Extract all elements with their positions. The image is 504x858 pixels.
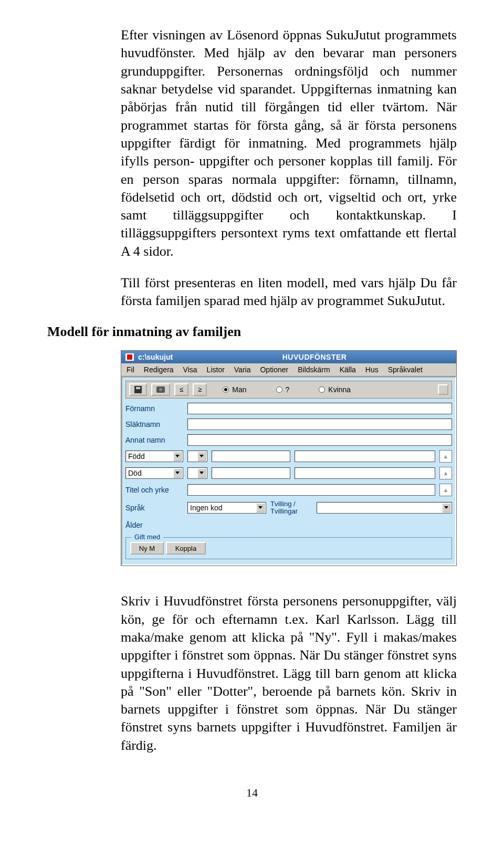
input-titel[interactable] xyxy=(187,484,435,496)
save-button[interactable] xyxy=(129,383,147,396)
form-panel: ≤ ≥ Man ? Kvinna Förnamn Släktnamn xyxy=(121,376,456,566)
nav-next-button[interactable]: ≥ xyxy=(193,383,207,396)
value-alder xyxy=(187,519,452,531)
gender-unknown-label: ? xyxy=(286,385,290,394)
koppla-button[interactable]: Koppla xyxy=(166,542,206,554)
camera-icon xyxy=(156,386,165,393)
combo-fodd-2[interactable] xyxy=(187,451,207,462)
label-slaktnamn: Släktnamn xyxy=(125,420,183,428)
combo-sprak-value: Ingen kod xyxy=(190,504,223,512)
label-alder: Ålder xyxy=(125,521,183,529)
btn-dod-extra[interactable]: ▲ xyxy=(439,467,452,479)
menu-kalla[interactable]: Källa xyxy=(340,365,356,374)
chevron-down-icon xyxy=(197,468,206,478)
ny-m-button[interactable]: Ny M xyxy=(130,542,164,554)
label-sprak: Språk xyxy=(125,504,183,512)
menu-bildskarm[interactable]: Bildskärm xyxy=(298,365,330,374)
combo-dod-2[interactable] xyxy=(187,467,207,479)
input-dod-place[interactable] xyxy=(295,467,435,479)
menu-sprakvalet[interactable]: Språkvalet xyxy=(388,365,423,374)
chevron-down-icon xyxy=(173,468,182,478)
combo-dod[interactable]: Död xyxy=(125,467,183,479)
combo-sprak[interactable]: Ingen kod xyxy=(187,502,266,514)
nav-prev-button[interactable]: ≤ xyxy=(174,383,188,396)
menu-visa[interactable]: Visa xyxy=(183,365,197,374)
gender-kvinna-radio[interactable]: Kvinna xyxy=(319,385,351,394)
floppy-icon xyxy=(134,386,142,393)
chevron-down-icon xyxy=(197,452,206,461)
menu-hus[interactable]: Hus xyxy=(365,365,379,374)
input-fornamn[interactable] xyxy=(187,403,452,414)
paragraph-2: Till först presenteras en liten modell, … xyxy=(121,274,457,310)
gift-med-group: Gift med Ny M Koppla xyxy=(125,537,452,559)
title-bar: c:\sukujut HUVUDFÖNSTER xyxy=(121,351,456,363)
menu-bar: Fil Redigera Visa Listor Varia Optioner … xyxy=(121,363,456,376)
label-fornamn: Förnamn xyxy=(125,404,183,413)
menu-varia[interactable]: Varia xyxy=(234,365,251,374)
input-fodd-date[interactable] xyxy=(212,451,290,462)
btn-titel-extra[interactable]: ▲ xyxy=(439,484,452,496)
chevron-down-icon xyxy=(256,503,265,512)
section-heading: Modell för inmatning av familjen xyxy=(47,324,457,340)
label-titel: Titel och yrke xyxy=(125,486,183,494)
chevron-down-icon xyxy=(173,452,182,461)
paragraph-3: Skriv i Huvudfönstret första personens p… xyxy=(121,592,457,755)
menu-listor[interactable]: Listor xyxy=(207,365,225,374)
combo-fodd[interactable]: Född xyxy=(125,451,183,462)
input-annat[interactable] xyxy=(187,434,452,446)
input-dod-date[interactable] xyxy=(212,467,290,479)
gender-man-radio[interactable]: Man xyxy=(223,385,246,394)
input-slaktnamn[interactable] xyxy=(187,418,452,430)
menu-optioner[interactable]: Optioner xyxy=(260,365,288,374)
page-number: 14 xyxy=(47,786,457,800)
window-path: c:\sukujut xyxy=(138,353,173,361)
paragraph-1: Efter visningen av Lösenord öppnas SukuJ… xyxy=(121,26,457,260)
input-fodd-place[interactable] xyxy=(295,451,435,462)
gender-unknown-radio[interactable]: ? xyxy=(276,385,290,394)
menu-redigera[interactable]: Redigera xyxy=(144,365,174,374)
window-title: HUVUDFÖNSTER xyxy=(177,353,452,361)
app-icon xyxy=(125,353,134,361)
gender-kvinna-label: Kvinna xyxy=(328,385,351,394)
label-tvilling: Tvilling / Tvillingar xyxy=(270,500,312,516)
toolbar-toggle[interactable] xyxy=(438,384,448,395)
menu-fil[interactable]: Fil xyxy=(127,365,134,374)
combo-fodd-value: Född xyxy=(128,452,145,461)
combo-dod-value: Död xyxy=(128,469,142,477)
label-annat: Annat namn xyxy=(125,436,183,444)
legend-gift: Gift med xyxy=(131,533,163,541)
camera-button[interactable] xyxy=(151,383,170,396)
toolbar: ≤ ≥ Man ? Kvinna xyxy=(125,381,452,399)
app-window: c:\sukujut HUVUDFÖNSTER Fil Redigera Vis… xyxy=(121,350,457,567)
combo-tvilling[interactable] xyxy=(317,502,452,514)
gender-man-label: Man xyxy=(232,385,246,394)
btn-fodd-extra[interactable]: ▲ xyxy=(439,450,452,463)
chevron-down-icon xyxy=(442,503,450,512)
